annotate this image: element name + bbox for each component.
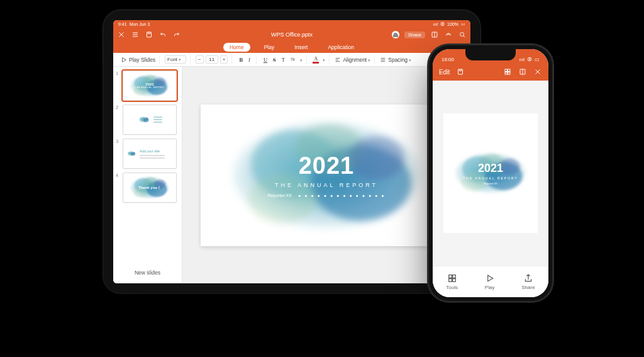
thumb-number: 3 bbox=[116, 139, 121, 169]
status-time: 9:41 bbox=[118, 22, 127, 26]
phone-slide-reporter: Reporter:XX bbox=[463, 182, 518, 185]
edit-button[interactable]: Edit bbox=[439, 69, 450, 76]
svg-rect-12 bbox=[505, 72, 508, 75]
phone-slide-area[interactable]: 2021 THE ANNUAL REPORT Reporter:XX bbox=[433, 81, 548, 266]
svg-rect-15 bbox=[448, 275, 452, 278]
status-battery-icon: ▭ bbox=[461, 21, 465, 26]
thumb-title: Thank you！ bbox=[138, 185, 161, 191]
phone-close-icon[interactable] bbox=[533, 67, 542, 76]
thumb-sub: THE ANNUAL REPORT bbox=[135, 86, 164, 89]
font-color-button[interactable]: A bbox=[312, 55, 319, 64]
phone-screen: 18:00 ıııl ⦿ ▭ Edit 2021 bbox=[433, 49, 548, 297]
reporter-label: Reporter: bbox=[267, 193, 286, 198]
phone-header: Edit bbox=[433, 63, 548, 81]
font-color-label: A bbox=[312, 55, 319, 62]
phone-share-button[interactable]: Share bbox=[521, 273, 535, 290]
phone-panel-icon[interactable] bbox=[518, 67, 527, 76]
status-date: Mon Jun 3 bbox=[130, 22, 150, 26]
app-header: WPS Office.pptx Share bbox=[113, 28, 470, 42]
play-slides-label: Play Slides bbox=[129, 57, 155, 63]
save-icon[interactable] bbox=[145, 30, 153, 39]
tab-home[interactable]: Home bbox=[223, 43, 250, 52]
tools-icon[interactable] bbox=[430, 30, 439, 39]
tablet-device: 9:41 Mon Jun 3 ıııl ⦿ 100% ▭ WPS Office.… bbox=[103, 10, 480, 293]
svg-rect-10 bbox=[505, 69, 508, 72]
phone-tools-label: Tools bbox=[446, 285, 458, 290]
avatar-icon[interactable] bbox=[392, 31, 399, 38]
thumbnail-slide-2[interactable] bbox=[123, 105, 177, 135]
share-button[interactable]: Share bbox=[404, 31, 425, 38]
svg-rect-6 bbox=[147, 32, 152, 37]
phone-device: 18:00 ıııl ⦿ ▭ Edit 2021 bbox=[428, 44, 553, 302]
tab-application[interactable]: Application bbox=[321, 43, 360, 52]
phone-battery-icon: ▭ bbox=[535, 57, 540, 62]
format-toolbar: Play Slides Font − 11 + B I U S T T₂ bbox=[113, 53, 470, 67]
svg-rect-16 bbox=[452, 275, 455, 278]
text-more-icon[interactable] bbox=[299, 57, 303, 63]
svg-rect-11 bbox=[508, 69, 511, 72]
phone-slide-title: 2021 bbox=[463, 162, 518, 175]
current-slide[interactable]: 2021 THE ANNUAL REPORT Reporter:XX ● ● ●… bbox=[201, 105, 452, 246]
phone-wifi-icon: ⦿ bbox=[527, 57, 532, 62]
play-slides-button[interactable]: Play Slides bbox=[117, 55, 160, 64]
spacing-button[interactable]: Spacing bbox=[376, 55, 415, 64]
assistant-icon[interactable] bbox=[444, 30, 453, 39]
editor-area: 1 2021 THE ANNUAL REPORT 2 bbox=[113, 67, 470, 283]
decorative-dots: ● ● ● ● ● ● ● ● ● ● ● ● ● ● bbox=[298, 193, 385, 198]
spacing-label: Spacing bbox=[388, 57, 411, 63]
phone-share-label: Share bbox=[521, 285, 535, 290]
tablet-screen: 9:41 Mon Jun 3 ıııl ⦿ 100% ▭ WPS Office.… bbox=[113, 20, 470, 283]
font-size-input[interactable]: 11 bbox=[206, 55, 218, 64]
svg-rect-13 bbox=[508, 72, 511, 75]
phone-signal-icon: ıııl bbox=[519, 57, 525, 62]
text-effect-1[interactable]: T bbox=[280, 57, 287, 63]
status-signal-icon: ıııl bbox=[433, 22, 438, 26]
ribbon-tabs: Home Play Insert Application bbox=[113, 42, 470, 53]
search-icon[interactable] bbox=[458, 30, 467, 39]
text-effect-2[interactable]: T₂ bbox=[289, 57, 297, 62]
italic-button[interactable]: I bbox=[247, 57, 252, 63]
font-size-decrease[interactable]: − bbox=[196, 55, 204, 64]
menu-icon[interactable] bbox=[131, 30, 140, 39]
slide-thumbnails: 1 2021 THE ANNUAL REPORT 2 bbox=[113, 67, 182, 283]
thumb-number: 4 bbox=[116, 173, 121, 203]
status-wifi-icon: ⦿ bbox=[440, 22, 445, 26]
reporter-value[interactable]: XX bbox=[286, 193, 292, 198]
thumbnail-slide-3[interactable]: Add your title bbox=[123, 139, 177, 169]
phone-bottom-bar: Tools Play Share bbox=[433, 266, 548, 297]
alignment-button[interactable]: Alignment bbox=[331, 55, 375, 64]
strike-button[interactable]: S bbox=[271, 57, 278, 63]
phone-save-icon[interactable] bbox=[456, 67, 465, 76]
font-color-swatch bbox=[313, 62, 319, 64]
redo-icon[interactable] bbox=[172, 30, 181, 39]
thumbnail-slide-4[interactable]: Thank you！ bbox=[123, 173, 177, 203]
phone-current-slide[interactable]: 2021 THE ANNUAL REPORT Reporter:XX bbox=[443, 113, 538, 233]
phone-grid-icon[interactable] bbox=[503, 67, 512, 76]
bold-button[interactable]: B bbox=[237, 57, 245, 63]
document-title: WPS Office.pptx bbox=[271, 31, 313, 38]
status-battery: 100% bbox=[447, 22, 458, 26]
underline-button[interactable]: U bbox=[262, 57, 269, 63]
phone-play-button[interactable]: Play bbox=[485, 273, 495, 290]
undo-icon[interactable] bbox=[158, 30, 167, 39]
slide-subtitle[interactable]: THE ANNUAL REPORT bbox=[267, 182, 385, 188]
font-color-more[interactable] bbox=[321, 57, 325, 63]
svg-rect-17 bbox=[448, 279, 452, 282]
tablet-status-bar: 9:41 Mon Jun 3 ıııl ⦿ 100% ▭ bbox=[113, 20, 470, 28]
tab-insert[interactable]: Insert bbox=[288, 43, 314, 52]
alignment-label: Alignment bbox=[343, 57, 370, 63]
thumb-number: 2 bbox=[116, 105, 121, 135]
phone-tools-button[interactable]: Tools bbox=[446, 273, 458, 290]
thumbnail-slide-1[interactable]: 2021 THE ANNUAL REPORT bbox=[123, 71, 177, 101]
svg-point-8 bbox=[460, 33, 464, 37]
close-icon[interactable] bbox=[117, 30, 126, 39]
thumb-title: Add your title bbox=[140, 149, 160, 153]
thumb-number: 1 bbox=[116, 71, 121, 101]
font-size-increase[interactable]: + bbox=[220, 55, 228, 64]
phone-notch bbox=[465, 49, 516, 60]
svg-rect-9 bbox=[458, 69, 463, 74]
font-select[interactable]: Font bbox=[165, 55, 186, 64]
new-slides-button[interactable]: New slides bbox=[116, 266, 179, 280]
slide-title[interactable]: 2021 bbox=[267, 152, 385, 179]
tab-play[interactable]: Play bbox=[258, 43, 281, 52]
